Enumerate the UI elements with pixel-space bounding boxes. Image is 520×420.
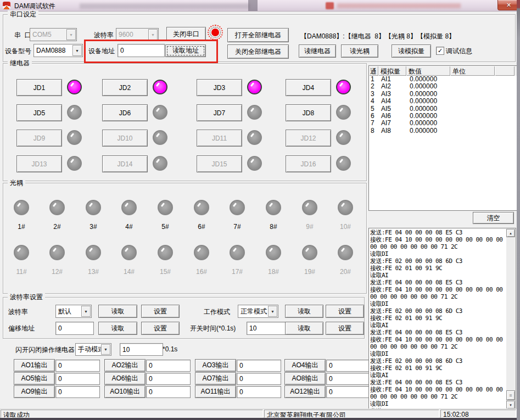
- relay-button-jd7[interactable]: JD7: [197, 104, 242, 121]
- ao-output-value-6[interactable]: 0: [146, 373, 191, 385]
- offset-address-input[interactable]: 0: [55, 322, 94, 335]
- relay-button-jd10: JD10: [102, 130, 148, 147]
- relay-led-jd10: [153, 130, 167, 145]
- ao-output-value-9[interactable]: 0: [55, 386, 100, 398]
- column-header-unit[interactable]: 单位: [450, 66, 495, 76]
- table-cell: [450, 127, 495, 135]
- table-cell: 2: [369, 83, 378, 90]
- table-row[interactable]: 3AI30.000000: [369, 91, 517, 98]
- port-select: COM5 ▼: [30, 28, 77, 41]
- ao-output-value-11[interactable]: 0: [237, 386, 281, 398]
- table-cell: [450, 83, 495, 90]
- debug-log[interactable]: 发送:FE 04 00 00 00 08 E5 C3 接收:FE 04 10 0…: [368, 228, 516, 410]
- device-address-input[interactable]: 0: [118, 44, 165, 57]
- ao-output-button-2[interactable]: AO2输出: [104, 359, 146, 372]
- ao-output-button-6[interactable]: AO6输出: [104, 372, 146, 385]
- status-company: 北京聚英翱翔电子有限公司: [264, 410, 439, 418]
- scroll-up-button[interactable]: ▲: [506, 229, 515, 237]
- opto-label-20#: 20#: [336, 268, 355, 276]
- status-time: 15:02:08: [440, 410, 516, 418]
- close-serial-button[interactable]: 关闭串口: [166, 27, 206, 41]
- column-header-channel[interactable]: 通: [369, 66, 378, 76]
- relay-button-jd5[interactable]: JD5: [16, 104, 62, 121]
- switch-time-read-button[interactable]: 读取: [285, 322, 323, 335]
- baudrate-setting-select[interactable]: 默认 ▼: [55, 305, 92, 318]
- read-relays-button[interactable]: 读继电器: [299, 44, 336, 58]
- work-mode-read-button[interactable]: 读取: [285, 305, 323, 318]
- table-row[interactable]: 5AI50.000000: [369, 105, 517, 113]
- ao-output-button-3[interactable]: AO3输出: [195, 359, 236, 372]
- table-row[interactable]: 8AI80.000000: [369, 127, 517, 135]
- ao-output-button-8[interactable]: AO8输出: [284, 372, 326, 385]
- opto-label-16#: 16#: [192, 268, 211, 276]
- table-row[interactable]: 4AI40.000000: [369, 98, 517, 105]
- baud-read-button[interactable]: 读取: [98, 305, 137, 318]
- ao-output-button-11[interactable]: AO11输出: [195, 385, 236, 398]
- flash-mode-select[interactable]: 手动模式 ▼: [75, 343, 111, 356]
- close-all-relays-button[interactable]: 关闭全部继电器: [227, 44, 289, 59]
- read-analog-button[interactable]: 读模拟量: [392, 44, 431, 58]
- ao-output-value-4[interactable]: 0: [326, 360, 371, 372]
- offset-set-button[interactable]: 设置: [141, 322, 180, 335]
- opto-label-5#: 5#: [155, 223, 175, 231]
- column-header-value[interactable]: 数值: [406, 66, 450, 76]
- read-opto-button[interactable]: 读光耦: [341, 44, 378, 58]
- switch-time-input[interactable]: 10: [247, 322, 287, 335]
- ao-output-button-9[interactable]: AO9输出: [14, 385, 55, 398]
- ao-output-value-3[interactable]: 0: [237, 360, 281, 372]
- opto-grid: 1#2#3#4#5#6#7#8#9#10#11#12#13#14#15#16#1…: [3, 183, 366, 293]
- ao-output-value-8[interactable]: 0: [326, 373, 371, 385]
- flash-time-input[interactable]: 10: [120, 343, 163, 356]
- background-window-artifact: [80, 3, 250, 9]
- opto-label-4#: 4#: [119, 223, 139, 231]
- table-cell: AI3: [378, 91, 406, 98]
- log-scrollbar[interactable]: ▲ ≡ ▼: [506, 229, 515, 409]
- relay-led-jd9: [67, 130, 82, 145]
- ao-output-button-10[interactable]: AO10输出: [104, 385, 146, 398]
- clear-log-button[interactable]: 清空: [473, 212, 514, 224]
- relay-button-jd6[interactable]: JD6: [102, 104, 148, 121]
- relay-button-jd4[interactable]: JD4: [286, 79, 331, 96]
- ao-output-button-1[interactable]: AO1输出: [14, 359, 55, 372]
- ao-output-button-5[interactable]: AO5输出: [14, 372, 55, 385]
- work-mode-select[interactable]: 正常模式 ▼: [238, 305, 278, 318]
- ao-output-button-7[interactable]: AO7输出: [195, 372, 236, 385]
- ao-output-button-4[interactable]: AO4输出: [284, 359, 326, 372]
- offset-read-button[interactable]: 读取: [98, 322, 137, 335]
- scrollbar-thumb[interactable]: ≡: [506, 390, 515, 400]
- scroll-down-button[interactable]: ▼: [506, 401, 515, 409]
- table-row[interactable]: 7AI70.000000: [369, 120, 517, 127]
- table-cell: 0.000000: [406, 76, 450, 83]
- baud-set-button[interactable]: 设置: [141, 305, 180, 318]
- ao-output-value-7[interactable]: 0: [237, 373, 281, 385]
- switch-time-set-button[interactable]: 设置: [326, 322, 364, 335]
- ao-output-button-12[interactable]: AO12输出: [284, 385, 326, 398]
- arrow-up-icon: ▲: [509, 232, 512, 235]
- opto-led-19#: [302, 245, 317, 260]
- work-mode-set-button[interactable]: 设置: [326, 305, 364, 318]
- relay-led-jd15: [247, 156, 262, 171]
- open-all-relays-button[interactable]: 打开全部继电器: [227, 28, 289, 42]
- debug-info-checkbox[interactable]: ✓: [436, 47, 444, 55]
- device-model-select[interactable]: DAM0888 ▼: [33, 44, 83, 57]
- read-address-button[interactable]: 读取地址: [165, 44, 206, 57]
- relay-button-jd12: JD12: [286, 130, 331, 147]
- column-header-extra[interactable]: [495, 66, 515, 76]
- ao-output-value-10[interactable]: 0: [146, 386, 191, 398]
- ao-output-value-5[interactable]: 0: [55, 373, 100, 385]
- ao-output-value-2[interactable]: 0: [146, 360, 191, 372]
- table-row[interactable]: 6AI60.000000: [369, 113, 517, 120]
- column-header-analog[interactable]: 模拟量: [378, 66, 406, 76]
- ao-output-value-1[interactable]: 0: [55, 360, 100, 372]
- relay-button-jd8[interactable]: JD8: [286, 104, 331, 121]
- opto-led-18#: [266, 245, 281, 260]
- device-model-value: DAM0888: [34, 47, 65, 54]
- table-row[interactable]: 2AI20.000000: [369, 83, 517, 90]
- relay-button-jd3[interactable]: JD3: [197, 79, 242, 96]
- ao-output-value-12[interactable]: 0: [326, 386, 371, 398]
- table-cell: [450, 105, 495, 113]
- relay-button-jd2[interactable]: JD2: [102, 79, 148, 96]
- opto-label-9#: 9#: [300, 223, 320, 231]
- table-row[interactable]: 1AI10.000000: [369, 76, 517, 83]
- relay-button-jd1[interactable]: JD1: [16, 79, 62, 96]
